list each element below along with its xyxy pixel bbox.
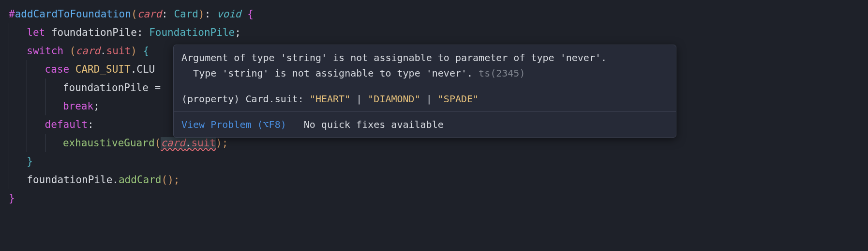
error-text-line2: Type 'string' is not assignable to type … [181, 67, 479, 79]
token-operator: = [149, 82, 161, 94]
token-punc: : [162, 8, 174, 20]
code-line[interactable]: #addCardToFoundation(card: Card): void { [9, 5, 868, 23]
indent-guide [9, 42, 15, 60]
token-type: FoundationPile [149, 27, 235, 38]
indent-guide [9, 23, 15, 42]
token-keyword: break [63, 100, 93, 112]
signature-sep: | [420, 93, 438, 105]
no-quick-fix-text: No quick fixes available [304, 117, 444, 132]
token-type: Card [174, 8, 198, 20]
token-punc: : [137, 27, 149, 38]
signature-sep: | [350, 93, 368, 105]
token-keyword: default [45, 119, 88, 130]
token-dot: . [100, 45, 106, 57]
indent-guide [9, 97, 15, 115]
token-punc: : [88, 119, 94, 130]
hover-tooltip[interactable]: Argument of type 'string' is not assigna… [173, 45, 676, 138]
indent-guide [9, 60, 15, 78]
token-function-call: addCard [119, 174, 162, 186]
token-property: suit [191, 137, 216, 149]
token-brace: } [27, 156, 33, 167]
indent-guide [9, 134, 15, 152]
token-brace: { [241, 8, 254, 20]
view-problem-link[interactable]: View Problem (⌥F8) [181, 117, 286, 132]
token-brace: } [9, 192, 15, 204]
token-var: foundationPile [45, 27, 137, 38]
token-paren: ) [198, 8, 205, 20]
indent-guide [9, 78, 15, 97]
token-brace: { [143, 45, 150, 57]
token-punc: ; [93, 100, 100, 112]
token-constant: CARD_SUIT [75, 63, 131, 75]
token-keyword: case [45, 63, 70, 75]
code-line[interactable]: } [9, 152, 868, 171]
error-code: ts(2345) [479, 67, 525, 79]
hover-error-message: Argument of type 'string' is not assigna… [174, 45, 676, 86]
indent-guide [27, 97, 32, 115]
code-line[interactable]: foundationPile.addCard(); [9, 171, 868, 189]
indent-guide [27, 134, 32, 152]
indent-guide [9, 152, 15, 171]
indent-guide [27, 78, 32, 97]
error-span[interactable]: card.suit [161, 137, 216, 149]
token-param: card [137, 8, 162, 20]
signature-value: "HEART" [310, 93, 350, 105]
token-keyword: switch [27, 45, 63, 57]
code-line[interactable]: let foundationPile: FoundationPile; [9, 23, 868, 42]
indent-guide [27, 115, 32, 134]
token-dot: . [185, 137, 192, 149]
indent-guide [9, 115, 15, 134]
token-parens: (); [161, 174, 180, 186]
token-void: void [217, 8, 241, 20]
signature-value: "SPADE" [438, 93, 479, 105]
token-space [69, 63, 75, 75]
indent-guide [45, 78, 51, 97]
token-function-call: exhaustiveGuard [63, 137, 155, 149]
token-keyword: let [27, 27, 45, 38]
token-var: foundationPile [63, 82, 149, 94]
token-punc: : [205, 8, 217, 20]
indent-guide [45, 97, 51, 115]
token-paren: ( [63, 45, 75, 57]
token-property: suit [106, 45, 131, 57]
hover-type-signature: (property) Card.suit: "HEART" | "DIAMOND… [174, 86, 676, 112]
token-hash: # [9, 8, 15, 20]
token-dot: . [131, 63, 137, 75]
indent-guide [27, 60, 32, 78]
token-paren: ( [155, 137, 161, 149]
signature-value: "DIAMOND" [368, 93, 420, 105]
indent-guide [9, 171, 15, 189]
token-paren: ( [131, 8, 137, 20]
token-object: card [161, 137, 185, 149]
error-text-line1: Argument of type 'string' is not assigna… [181, 52, 607, 63]
token-member: CLU [136, 63, 155, 75]
token-punc: ; [235, 27, 241, 38]
token-var: foundationPile [27, 174, 112, 186]
signature-prefix: (property) Card.suit: [181, 93, 310, 105]
indent-guide [45, 134, 51, 152]
token-object: card [75, 45, 100, 57]
hover-footer: View Problem (⌥F8) No quick fixes availa… [174, 112, 676, 137]
token-method-name: addCardToFoundation [15, 8, 131, 20]
token-paren: ) [131, 45, 143, 57]
code-line[interactable]: } [9, 189, 868, 207]
token-dot: . [112, 174, 119, 186]
token-paren: ); [216, 137, 228, 149]
